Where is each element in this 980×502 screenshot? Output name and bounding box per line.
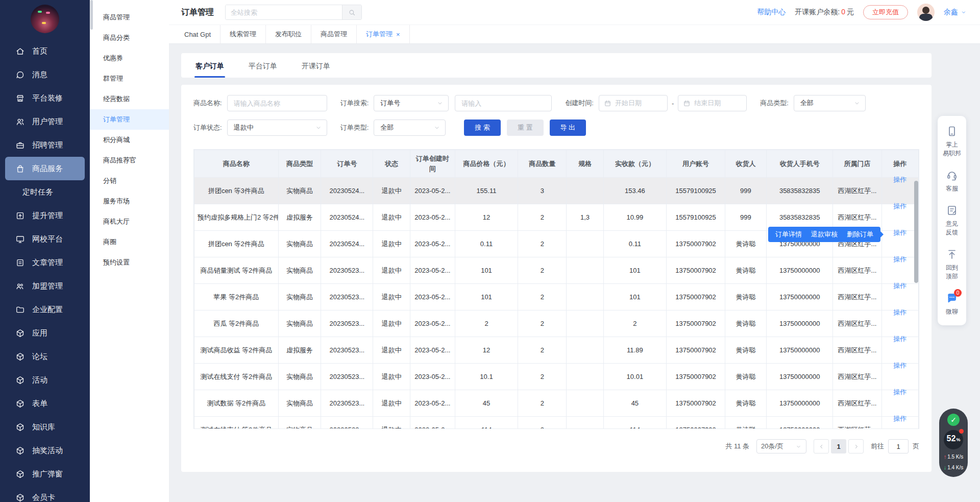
order-search-select[interactable]: 订单号 xyxy=(374,95,449,111)
tooltip-action[interactable]: 订单详情 xyxy=(775,230,802,239)
company-logo[interactable] xyxy=(31,5,59,33)
prev-page-button[interactable] xyxy=(814,439,829,453)
submenu-item[interactable]: 经营数据 xyxy=(90,89,169,109)
sidebar-item[interactable]: 提升管理 xyxy=(0,204,90,227)
float-toolbar-item[interactable]: 客服 xyxy=(946,169,958,193)
order-type-select[interactable]: 全部 xyxy=(374,119,446,136)
submenu-item[interactable]: 商圈 xyxy=(90,232,169,252)
global-search-input[interactable] xyxy=(226,5,342,19)
sidebar-item[interactable]: 加盟管理 xyxy=(0,274,90,298)
sidebar-item[interactable]: 商品服务 xyxy=(5,157,85,180)
submenu-item[interactable]: 商品管理 xyxy=(90,7,169,28)
cell-paid: 11.89 xyxy=(603,337,666,364)
sidebar-item[interactable]: 消息 xyxy=(0,63,90,86)
row-action-link[interactable]: 操作 xyxy=(893,255,906,264)
page-size-select[interactable]: 20条/页 xyxy=(756,439,806,453)
filter-row-2: 订单状态: 退款中 订单类型: 全部 搜 索 重 置 导 出 xyxy=(193,119,919,136)
cell-phone: 13750000000 xyxy=(766,257,833,284)
order-tab[interactable]: 平台订单 xyxy=(248,55,278,78)
submenu-item-label: 分销 xyxy=(103,177,116,184)
submenu-item[interactable]: 群管理 xyxy=(90,68,169,89)
row-action-link[interactable]: 操作 xyxy=(893,175,906,184)
sidebar-item[interactable]: 会员卡 xyxy=(0,486,90,502)
cell-actions: 操作 xyxy=(881,417,918,429)
end-date-picker[interactable]: 结束日期 xyxy=(678,95,747,111)
page-tab[interactable]: 商品管理 xyxy=(311,25,357,43)
row-action-link[interactable]: 操作 xyxy=(893,414,906,423)
row-action-link[interactable]: 操作 xyxy=(893,334,906,344)
global-search-button[interactable] xyxy=(342,5,361,19)
user-menu[interactable]: 余鑫 xyxy=(944,8,967,17)
avatar[interactable] xyxy=(917,4,935,21)
submenu-item[interactable]: 商品分类 xyxy=(90,28,169,48)
sidebar-item[interactable]: 首页 xyxy=(0,39,90,63)
sidebar-item[interactable]: 应用 xyxy=(0,321,90,345)
submenu-item[interactable]: 商机大厅 xyxy=(90,211,169,232)
sidebar-item[interactable]: 活动 xyxy=(0,368,90,392)
submenu-item[interactable]: 分销 xyxy=(90,171,169,191)
help-center-link[interactable]: 帮助中心 xyxy=(757,8,786,17)
submenu-item-label: 积分商城 xyxy=(103,136,130,144)
row-action-link[interactable]: 操作 xyxy=(893,281,906,291)
order-status-select[interactable]: 退款中 xyxy=(227,119,327,136)
sidebar-item[interactable]: 用户管理 xyxy=(0,110,90,133)
order-tab[interactable]: 客户订单 xyxy=(194,55,225,78)
float-toolbar-item[interactable]: 意见 反馈 xyxy=(946,204,958,237)
row-action-link[interactable]: 操作 xyxy=(893,388,906,397)
sidebar-item[interactable]: 论坛 xyxy=(0,345,90,368)
start-date-picker[interactable]: 开始日期 xyxy=(599,95,668,111)
order-search-input[interactable] xyxy=(455,100,551,107)
float-item-icon xyxy=(946,204,958,217)
sidebar-item[interactable]: 企业配置 xyxy=(0,298,90,321)
sidebar-item[interactable]: 网校平台 xyxy=(0,227,90,251)
sidebar-item-label: 论坛 xyxy=(32,352,47,362)
sidebar-item[interactable]: 抽奖活动 xyxy=(0,439,90,462)
page-tab[interactable]: 发布职位 xyxy=(266,25,311,43)
orders-table-wrap: 商品名称商品类型订单号状态订单创建时间商品价格（元）商品数量规格实收款（元）用户… xyxy=(193,149,919,429)
page-tab[interactable]: 订单管理 xyxy=(357,25,410,43)
sidebar-item[interactable]: 文章管理 xyxy=(0,251,90,274)
page-tab[interactable]: Chat Gpt xyxy=(175,25,220,43)
submenu-item[interactable]: 商品推荐官 xyxy=(90,150,169,171)
search-button[interactable]: 搜 索 xyxy=(464,119,501,136)
cell-spec xyxy=(567,231,603,257)
recharge-button[interactable]: 立即充值 xyxy=(863,5,908,19)
order-tab[interactable]: 开课订单 xyxy=(301,55,331,78)
table-scrollbar-thumb[interactable] xyxy=(914,181,918,283)
goto-page-input[interactable] xyxy=(888,439,909,453)
cell-actions: 操作 xyxy=(881,390,918,417)
sidebar-item-label: 用户管理 xyxy=(32,117,63,127)
cell-paid: 2 xyxy=(603,310,666,337)
current-page[interactable]: 1 xyxy=(831,439,846,453)
sidebar-item[interactable]: 知识库 xyxy=(0,415,90,439)
submenu-item[interactable]: 优惠券 xyxy=(90,48,169,68)
float-toolbar-item[interactable]: 回到 顶部 xyxy=(946,248,958,281)
network-monitor-widget[interactable]: ✓ 52% ↑1.5 K/s ↓1.4 K/s xyxy=(939,409,968,477)
reset-button[interactable]: 重 置 xyxy=(507,119,544,136)
tooltip-action[interactable]: 退款审核 xyxy=(811,230,838,239)
row-action-link[interactable]: 操作 xyxy=(893,361,906,370)
product-type-select[interactable]: 全部 xyxy=(794,95,866,111)
sidebar-item[interactable]: 表单 xyxy=(0,392,90,415)
cell-receiver: 黄诗聪 xyxy=(725,284,767,310)
submenu-item[interactable]: 积分商城 xyxy=(90,130,169,150)
page-tab[interactable]: 线索管理 xyxy=(220,25,266,43)
tooltip-action[interactable]: 删除订单 xyxy=(847,230,873,239)
next-page-button[interactable] xyxy=(848,439,864,453)
sidebar-item-icon xyxy=(15,422,25,432)
float-toolbar-item[interactable]: 0 微聊 xyxy=(946,292,958,316)
export-button[interactable]: 导 出 xyxy=(550,119,586,136)
float-toolbar-item[interactable]: 掌上 易职邦 xyxy=(943,125,961,158)
product-name-input[interactable] xyxy=(228,100,327,107)
row-action-link[interactable]: 操作 xyxy=(893,228,906,237)
sidebar-item[interactable]: 推广弹窗 xyxy=(0,462,90,486)
row-action-link[interactable]: 操作 xyxy=(893,308,906,317)
sidebar-item[interactable]: 招聘管理 xyxy=(0,133,90,157)
sidebar-item[interactable]: 平台装修 xyxy=(0,86,90,110)
submenu-item[interactable]: 服务市场 xyxy=(90,191,169,211)
submenu-item[interactable]: 预约设置 xyxy=(90,252,169,273)
sidebar-item[interactable]: 定时任务 xyxy=(0,180,90,204)
row-action-link[interactable]: 操作 xyxy=(893,202,906,211)
close-icon[interactable] xyxy=(396,31,400,38)
submenu-item[interactable]: 订单管理 xyxy=(90,109,169,130)
